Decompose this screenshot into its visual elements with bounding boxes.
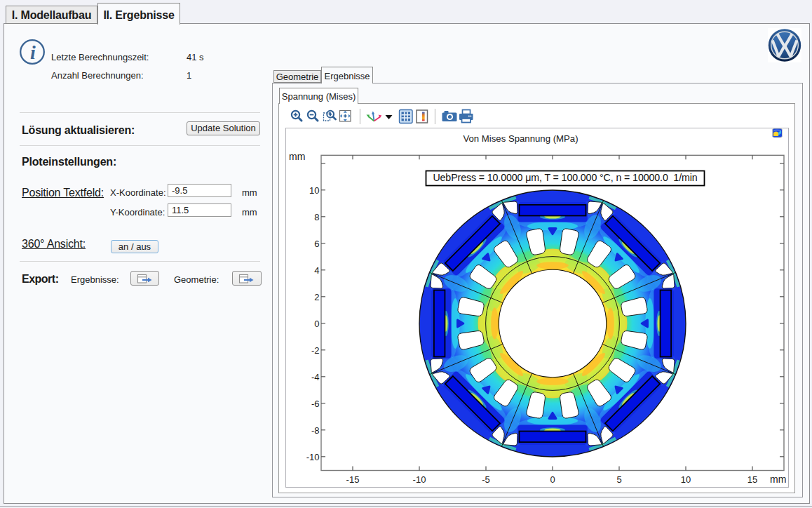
svg-text:-4: -4 xyxy=(311,372,320,382)
svg-text:Von Mises Spannung (MPa): Von Mises Spannung (MPa) xyxy=(463,133,578,144)
svg-text:5: 5 xyxy=(616,474,621,485)
svg-text:-8: -8 xyxy=(311,425,320,436)
svg-text:4: 4 xyxy=(314,265,319,276)
svg-text:-5: -5 xyxy=(482,474,490,485)
svg-text:UebPress = 10.0000 μm, T = 100: UebPress = 10.0000 μm, T = 100.000 °C, n… xyxy=(433,172,697,183)
svg-text:-15: -15 xyxy=(346,474,360,485)
svg-text:2: 2 xyxy=(314,292,319,302)
svg-text:10: 10 xyxy=(681,474,691,485)
svg-text:0: 0 xyxy=(314,319,319,329)
svg-text:mm: mm xyxy=(289,151,305,162)
svg-text:15: 15 xyxy=(747,474,757,485)
svg-text:-2: -2 xyxy=(311,345,320,356)
svg-text:8: 8 xyxy=(314,212,319,222)
svg-text:10: 10 xyxy=(309,185,319,196)
svg-text:0: 0 xyxy=(550,474,555,485)
svg-text:6: 6 xyxy=(314,239,319,249)
svg-text:mm: mm xyxy=(770,474,786,485)
svg-text:-6: -6 xyxy=(311,399,320,409)
svg-text:-10: -10 xyxy=(306,452,320,462)
svg-text:-10: -10 xyxy=(413,474,426,485)
